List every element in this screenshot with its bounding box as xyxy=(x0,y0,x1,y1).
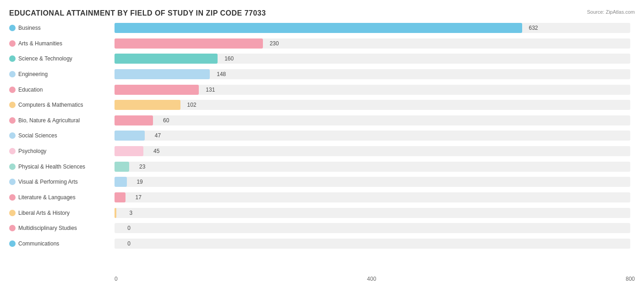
bar-fill: 47 xyxy=(115,131,145,141)
bar-fill: 45 xyxy=(115,146,143,156)
color-dot xyxy=(9,194,16,201)
label-text: Literature & Languages xyxy=(18,194,76,201)
color-dot xyxy=(9,164,16,170)
bar-row: Education131 xyxy=(9,83,635,97)
bar-row: Bio, Nature & Agricultural60 xyxy=(9,114,635,127)
x-axis: 0400800 xyxy=(115,276,635,282)
bar-label: Bio, Nature & Agricultural xyxy=(9,117,115,124)
bar-label: Liberal Arts & History xyxy=(9,210,115,216)
bar-row: Physical & Health Sciences23 xyxy=(9,160,635,174)
bar-track: 19 xyxy=(115,177,630,187)
bar-track: 3 xyxy=(115,208,630,218)
label-text: Communications xyxy=(18,240,59,247)
bar-value: 45 xyxy=(153,148,159,154)
bar-row: Communications0 xyxy=(9,237,635,251)
color-dot xyxy=(9,25,16,31)
chart-container: EDUCATIONAL ATTAINMENT BY FIELD OF STUDY… xyxy=(0,0,644,289)
bar-value: 3 xyxy=(130,210,133,216)
bar-value: 102 xyxy=(187,102,196,108)
bar-fill: 230 xyxy=(115,38,263,49)
bars-area: Business632Arts & Humanities230Science &… xyxy=(9,21,635,251)
color-dot xyxy=(9,225,16,231)
bar-value: 131 xyxy=(206,87,215,93)
bar-label: Physical & Health Sciences xyxy=(9,164,115,170)
color-dot xyxy=(9,102,16,108)
bar-label: Literature & Languages xyxy=(9,194,115,201)
label-text: Social Sciences xyxy=(18,132,57,139)
bar-track: 0 xyxy=(115,239,630,249)
bar-label: Visual & Performing Arts xyxy=(9,179,115,185)
bar-row: Social Sciences47 xyxy=(9,129,635,142)
label-text: Education xyxy=(18,87,43,93)
color-dot xyxy=(9,148,16,154)
bar-track: 102 xyxy=(115,100,630,110)
bar-fill: 131 xyxy=(115,85,199,95)
bar-fill: 102 xyxy=(115,100,180,110)
bar-track: 632 xyxy=(115,23,630,33)
bar-label: Multidisciplinary Studies xyxy=(9,225,115,231)
bar-fill: 23 xyxy=(115,162,129,172)
bar-label: Communications xyxy=(9,240,115,247)
bar-value: 23 xyxy=(139,164,145,170)
bar-fill: 632 xyxy=(115,23,522,33)
label-text: Multidisciplinary Studies xyxy=(18,225,77,231)
bar-label: Engineering xyxy=(9,71,115,77)
color-dot xyxy=(9,55,16,62)
bar-value: 19 xyxy=(136,179,142,185)
bar-value: 0 xyxy=(127,240,131,247)
color-dot xyxy=(9,87,16,93)
label-text: Psychology xyxy=(18,148,46,154)
bar-row: Literature & Languages17 xyxy=(9,191,635,204)
bar-value: 17 xyxy=(136,194,142,201)
bar-label: Education xyxy=(9,87,115,93)
bar-label: Computers & Mathematics xyxy=(9,102,115,108)
bar-row: Business632 xyxy=(9,21,635,35)
bar-value: 230 xyxy=(270,40,279,47)
color-dot xyxy=(9,117,16,124)
bar-value: 0 xyxy=(127,225,131,231)
label-text: Science & Technology xyxy=(18,55,72,62)
color-dot xyxy=(9,210,16,216)
bar-label: Business xyxy=(9,25,115,31)
bar-fill: 148 xyxy=(115,69,210,79)
bar-fill: 160 xyxy=(115,54,218,64)
bar-row: Psychology45 xyxy=(9,144,635,158)
bar-value: 47 xyxy=(155,132,161,139)
source-label: Source: ZipAtlas.com xyxy=(587,9,635,15)
bar-row: Arts & Humanities230 xyxy=(9,37,635,50)
bar-label: Arts & Humanities xyxy=(9,40,115,47)
label-text: Physical & Health Sciences xyxy=(18,164,85,170)
label-text: Engineering xyxy=(18,71,48,77)
bar-row: Liberal Arts & History3 xyxy=(9,206,635,220)
x-axis-label: 400 xyxy=(367,276,376,282)
x-axis-label: 0 xyxy=(115,276,118,282)
label-text: Computers & Mathematics xyxy=(18,102,83,108)
bar-fill: 19 xyxy=(115,177,127,187)
bar-value: 148 xyxy=(217,71,226,77)
bar-track: 23 xyxy=(115,162,630,172)
bar-track: 0 xyxy=(115,223,630,233)
bar-track: 60 xyxy=(115,115,630,125)
color-dot xyxy=(9,179,16,185)
bar-track: 148 xyxy=(115,69,630,79)
label-text: Visual & Performing Arts xyxy=(18,179,78,185)
bar-fill: 3 xyxy=(115,208,116,218)
label-text: Bio, Nature & Agricultural xyxy=(18,117,80,124)
label-text: Arts & Humanities xyxy=(18,40,62,47)
color-dot xyxy=(9,132,16,139)
bar-fill: 17 xyxy=(115,192,126,202)
bar-track: 131 xyxy=(115,85,630,95)
bar-label: Science & Technology xyxy=(9,55,115,62)
bar-track: 17 xyxy=(115,192,630,202)
bar-value: 60 xyxy=(163,117,169,124)
bar-value: 160 xyxy=(224,55,234,62)
bar-fill: 60 xyxy=(115,115,153,125)
bar-row: Multidisciplinary Studies0 xyxy=(9,221,635,235)
label-text: Business xyxy=(18,25,41,31)
bar-label: Psychology xyxy=(9,148,115,154)
bar-label: Social Sciences xyxy=(9,132,115,139)
bar-track: 45 xyxy=(115,146,630,156)
chart-title: EDUCATIONAL ATTAINMENT BY FIELD OF STUDY… xyxy=(9,9,635,17)
bar-row: Science & Technology160 xyxy=(9,52,635,65)
label-text: Liberal Arts & History xyxy=(18,210,70,216)
